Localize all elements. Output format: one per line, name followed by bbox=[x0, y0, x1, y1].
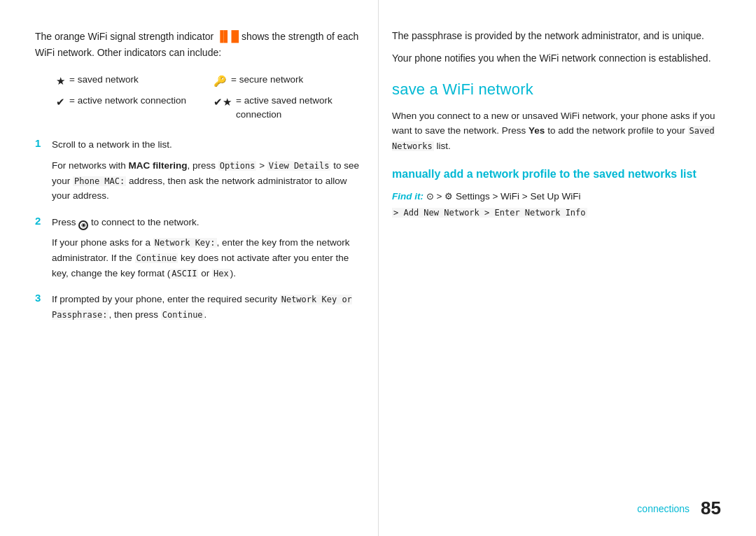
step-3-num: 3 bbox=[35, 292, 45, 304]
step-2-content: Press ◉ to connect to the network. If yo… bbox=[52, 215, 364, 281]
nav-button-icon: ◉ bbox=[78, 220, 88, 230]
step-3: 3 If prompted by your phone, enter the r… bbox=[35, 292, 364, 322]
page-divider bbox=[378, 0, 379, 536]
continue-text: Continue bbox=[135, 253, 178, 263]
gear-icon: ⚙ bbox=[444, 191, 453, 202]
save-wifi-title: save a WiFi network bbox=[392, 80, 721, 99]
passphrase-para: The passphrase is provided by the networ… bbox=[392, 28, 721, 43]
saved-networks-text: Saved Networks bbox=[392, 126, 715, 151]
find-it-label: Find it: bbox=[392, 191, 424, 202]
view-details-text: View Details bbox=[267, 161, 331, 171]
legend-secure: 🔑 = secure network bbox=[214, 73, 364, 90]
find-it-path2: > Add New Network > Enter Network Info bbox=[392, 208, 587, 218]
key-icon: 🔑 bbox=[214, 73, 227, 90]
step-1-content: Scroll to a network in the list. For net… bbox=[52, 137, 364, 203]
check-star-icon: ✔★ bbox=[214, 94, 232, 111]
mac-filtering-bold: MAC filtering bbox=[129, 160, 188, 171]
yes-text: Yes bbox=[528, 125, 545, 136]
ascii-text: ASCII bbox=[170, 269, 198, 278]
footer-label: connections bbox=[637, 503, 690, 514]
check-icon: ✔ bbox=[56, 94, 65, 111]
continue2-text: Continue bbox=[161, 310, 204, 320]
legend-saved: ★ = saved network bbox=[56, 73, 206, 90]
find-it-path1: Settings > WiFi > Set Up WiFi bbox=[456, 191, 581, 202]
step-2: 2 Press ◉ to connect to the network. If … bbox=[35, 215, 364, 281]
step-1-main: Scroll to a network in the list. bbox=[52, 137, 364, 153]
intro-paragraph: The orange WiFi signal strength indicato… bbox=[35, 28, 364, 60]
legend-active-saved-label: = active saved network connection bbox=[236, 94, 364, 122]
network-key-text: Network Key: bbox=[153, 238, 217, 248]
legend-active-saved: ✔★ = active saved network connection bbox=[214, 94, 364, 122]
save-wifi-body: When you connect to a new or unsaved WiF… bbox=[392, 108, 721, 154]
steps-list: 1 Scroll to a network in the list. For n… bbox=[35, 137, 364, 322]
legend-active: ✔ = active network connection bbox=[56, 94, 206, 122]
legend-active-label: = active network connection bbox=[69, 94, 186, 108]
step-3-main: If prompted by your phone, enter the req… bbox=[52, 292, 364, 322]
wifi-signal-icon: ▐▌█ bbox=[216, 28, 239, 45]
find-it-block: Find it: ⊙ > ⚙ Settings > WiFi > Set Up … bbox=[392, 189, 721, 221]
legend-saved-label: = saved network bbox=[69, 73, 139, 87]
icon-legend: ★ = saved network 🔑 = secure network ✔ =… bbox=[35, 73, 364, 122]
legend-secure-label: = secure network bbox=[231, 73, 303, 87]
nav-circle-icon: ⊙ bbox=[426, 191, 434, 202]
star-icon: ★ bbox=[56, 73, 65, 90]
page-footer: connections 85 bbox=[637, 498, 721, 519]
step-1-num: 1 bbox=[35, 137, 45, 149]
right-intro: The passphrase is provided by the networ… bbox=[392, 28, 721, 66]
phone-mac-text: Phone MAC: bbox=[73, 176, 126, 186]
step-2-num: 2 bbox=[35, 215, 45, 227]
step-1-sub: For networks with MAC filtering, press O… bbox=[52, 158, 364, 204]
step-1: 1 Scroll to a network in the list. For n… bbox=[35, 137, 364, 203]
left-column: The orange WiFi signal strength indicato… bbox=[35, 28, 364, 508]
options-text: Options bbox=[218, 161, 257, 171]
step-3-content: If prompted by your phone, enter the req… bbox=[52, 292, 364, 322]
hex-text: Hex bbox=[212, 269, 230, 278]
manually-add-title: manually add a network profile to the sa… bbox=[392, 167, 721, 182]
page-number: 85 bbox=[701, 498, 721, 519]
step-2-sub: If your phone asks for a Network Key:, e… bbox=[52, 235, 364, 281]
find-it-line2: > Add New Network > Enter Network Info bbox=[392, 205, 721, 221]
find-it-line1: Find it: ⊙ > ⚙ Settings > WiFi > Set Up … bbox=[392, 189, 721, 205]
notify-para: Your phone notifies you when the WiFi ne… bbox=[392, 50, 721, 66]
step-2-main: Press ◉ to connect to the network. bbox=[52, 215, 364, 230]
right-column: The passphrase is provided by the networ… bbox=[392, 28, 721, 508]
